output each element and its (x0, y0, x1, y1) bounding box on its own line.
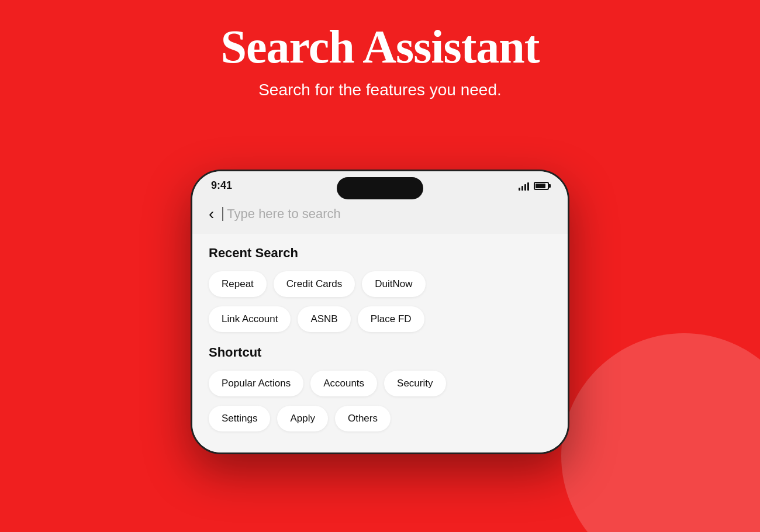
status-bar: 9:41 (192, 171, 568, 198)
status-icons (519, 181, 549, 191)
status-time: 9:41 (211, 179, 232, 192)
header-section: Search Assistant Search for the features… (221, 0, 540, 99)
chip-repeat[interactable]: Repeat (209, 271, 267, 297)
content-area: Recent Search Repeat Credit Cards DuitNo… (192, 234, 568, 452)
phone-mockup: 9:41 ‹ Type here to search (191, 170, 569, 454)
search-cursor (222, 207, 223, 221)
search-bar-area: ‹ Type here to search (192, 198, 568, 234)
search-placeholder: Type here to search (227, 206, 340, 222)
chip-asnb[interactable]: ASNB (298, 306, 350, 332)
chip-accounts[interactable]: Accounts (310, 371, 377, 396)
signal-icon (519, 181, 529, 191)
recent-search-row1: Repeat Credit Cards DuitNow (209, 271, 551, 297)
shortcut-title: Shortcut (209, 345, 551, 360)
circle-decoration (561, 333, 760, 532)
chip-settings[interactable]: Settings (209, 406, 270, 431)
chip-others[interactable]: Others (335, 406, 391, 431)
shortcut-row1: Popular Actions Accounts Security (209, 371, 551, 396)
chip-link-account[interactable]: Link Account (209, 306, 291, 332)
chip-place-fd[interactable]: Place FD (358, 306, 424, 332)
chip-security[interactable]: Security (384, 371, 445, 396)
page-subtitle: Search for the features you need. (221, 81, 540, 99)
battery-fill (536, 184, 545, 188)
recent-search-section: Recent Search Repeat Credit Cards DuitNo… (209, 246, 551, 332)
chip-duitnow[interactable]: DuitNow (362, 271, 425, 297)
chip-apply[interactable]: Apply (277, 406, 328, 431)
recent-search-title: Recent Search (209, 246, 551, 261)
shortcut-row2: Settings Apply Others (209, 406, 551, 431)
shortcut-section: Shortcut Popular Actions Accounts Securi… (209, 345, 551, 431)
battery-icon (534, 182, 549, 190)
chip-credit-cards[interactable]: Credit Cards (274, 271, 355, 297)
recent-search-row2: Link Account ASNB Place FD (209, 306, 551, 332)
page-title: Search Assistant (221, 21, 540, 72)
phone-frame: 9:41 ‹ Type here to search (191, 170, 569, 454)
chip-popular-actions[interactable]: Popular Actions (209, 371, 303, 396)
dynamic-island (337, 177, 423, 199)
back-button[interactable]: ‹ (209, 206, 214, 222)
search-input[interactable]: Type here to search (222, 206, 551, 222)
